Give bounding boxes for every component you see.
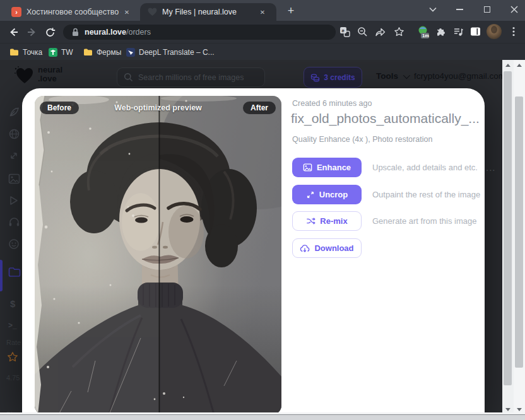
- sidebar-item-play-icon[interactable]: [8, 195, 21, 207]
- scroll-up-icon[interactable]: [517, 64, 522, 67]
- image-icon: [303, 163, 312, 172]
- sidebar-item-files-folder-icon[interactable]: [8, 267, 21, 279]
- tab-neural-love[interactable]: My Files | neural.love ✕: [140, 3, 276, 21]
- search-input[interactable]: Search millions of free images: [117, 67, 265, 87]
- translate-icon[interactable]: a: [339, 26, 351, 38]
- remix-button[interactable]: Re-mix: [292, 211, 362, 231]
- folder-icon: [9, 48, 19, 56]
- url-path: /orders: [126, 28, 151, 37]
- scroll-down-icon[interactable]: [517, 408, 522, 411]
- preview-caption: Web-optimized preview: [35, 103, 281, 112]
- back-button[interactable]: [5, 24, 21, 40]
- logo-text-line2: .love: [38, 74, 62, 83]
- restored-portrait-photo: [35, 96, 281, 414]
- share-icon[interactable]: [375, 26, 386, 38]
- cloud-download-icon: [300, 244, 310, 253]
- bookmark-tochka[interactable]: Точка: [9, 46, 42, 58]
- tab-strip: › Хостинговое сообщество «Time ✕ My File…: [0, 0, 525, 21]
- tab-hosting[interactable]: › Хостинговое сообщество «Time ✕: [6, 3, 138, 21]
- bookmark-star-icon[interactable]: [394, 26, 405, 38]
- maximize-button[interactable]: [475, 0, 500, 19]
- tab-close-icon[interactable]: ✕: [257, 6, 268, 18]
- remix-description: Generate art from this image: [372, 211, 476, 231]
- minimize-button[interactable]: [447, 0, 472, 19]
- chevron-down-icon: [403, 71, 410, 78]
- before-after-divider: [159, 96, 160, 414]
- playlist-extension-icon[interactable]: [453, 26, 464, 38]
- bookmarks-bar: Точка TW Фермы DeepL Translate – C...: [0, 43, 525, 60]
- expand-arrows-icon: [306, 190, 315, 199]
- enhance-description: Upscale, add details and etc.: [372, 158, 478, 177]
- uncrop-button[interactable]: Uncrop: [292, 185, 362, 204]
- browser-toolbar: neural.love/orders a 1m: [0, 21, 525, 43]
- reload-button[interactable]: [42, 24, 58, 40]
- rating-value: 4.75: [6, 374, 20, 382]
- bookmark-fermy[interactable]: Фермы: [83, 46, 121, 58]
- url-domain: neural.love: [85, 28, 126, 37]
- logo-text-line1: neural: [38, 66, 62, 74]
- scroll-down-icon[interactable]: [505, 408, 510, 411]
- lock-icon: [72, 28, 79, 37]
- sidebar-item-feather-icon[interactable]: [8, 106, 21, 119]
- neural-love-logo[interactable]: [14, 65, 35, 86]
- shuffle-icon: [306, 217, 316, 225]
- browser-scrollbar[interactable]: [514, 60, 525, 415]
- deepl-favicon-icon: [126, 48, 135, 57]
- credits-label: 3 credits: [324, 73, 355, 82]
- account-menu[interactable]: fcrypto4you@gmail.com: [414, 71, 515, 81]
- download-button[interactable]: Download: [292, 238, 362, 258]
- scrollbar-thumb[interactable]: [515, 96, 523, 368]
- credits-button[interactable]: 3 credits: [304, 67, 362, 88]
- sidebar-active-indicator: [0, 260, 3, 291]
- sidebar-item-pricing-dollar-icon[interactable]: $: [10, 298, 15, 309]
- tab-search-chevron-icon[interactable]: [420, 0, 445, 19]
- new-tab-button[interactable]: +: [283, 3, 299, 19]
- bookmark-tw[interactable]: TW: [49, 46, 73, 58]
- tab-favicon-chevron-icon: ›: [11, 7, 21, 17]
- bookmark-deepl[interactable]: DeepL Translate – C...: [126, 46, 215, 58]
- rating-star-icon[interactable]: [7, 351, 20, 364]
- page-scrollbar[interactable]: [502, 60, 514, 415]
- tab-title: My Files | neural.love: [162, 8, 257, 16]
- before-after-preview[interactable]: Before After Web-optimized preview: [35, 96, 281, 414]
- scroll-up-icon[interactable]: [505, 64, 510, 67]
- order-title: fix_old_photos_automatically_...: [291, 111, 480, 126]
- tools-menu[interactable]: Tools: [376, 71, 408, 81]
- coins-icon: [310, 73, 320, 82]
- browser-menu-kebab-icon[interactable]: [509, 26, 520, 37]
- search-icon: [124, 73, 133, 82]
- sidebar-item-terminal-icon[interactable]: >_: [8, 321, 17, 330]
- sidebar-item-globe-icon[interactable]: [8, 128, 21, 141]
- order-subtitle: Quality Enhance (4x ), Photo restoration: [292, 135, 432, 144]
- page-content: neural .love Search millions of free ima…: [0, 60, 525, 415]
- tab-favicon-heart-icon: [148, 8, 157, 16]
- created-timestamp: Created 6 minutes ago: [292, 99, 372, 108]
- address-bar[interactable]: neural.love/orders: [63, 25, 336, 40]
- uncrop-description: Outpaint the rest of the image: [372, 185, 480, 204]
- sidebar-item-headphones-icon[interactable]: [8, 216, 21, 229]
- extensions-puzzle-icon[interactable]: [435, 26, 447, 38]
- side-panel-icon[interactable]: [470, 26, 481, 38]
- sidebar-item-smiley-icon[interactable]: [8, 238, 21, 251]
- sidebar-item-image-icon[interactable]: [8, 173, 21, 186]
- zoom-out-icon[interactable]: [357, 26, 369, 38]
- extension-1m-icon[interactable]: 1m: [416, 25, 430, 39]
- search-placeholder: Search millions of free images: [138, 73, 244, 82]
- tab-title: Хостинговое сообщество «Time: [27, 8, 121, 16]
- window-bottom-edge: [0, 414, 525, 420]
- scrollbar-thumb[interactable]: [504, 71, 512, 385]
- tw-favicon-icon: [49, 48, 57, 57]
- close-window-button[interactable]: [502, 0, 525, 19]
- browser-window: › Хостинговое сообщество «Time ✕ My File…: [0, 0, 525, 420]
- sidebar-item-expand-icon[interactable]: [8, 150, 21, 163]
- folder-icon: [83, 48, 93, 56]
- enhance-button[interactable]: Enhance: [292, 158, 362, 177]
- card-overflow-dots: ...: [486, 162, 496, 173]
- order-detail-modal: Before After Web-optimized preview Creat…: [22, 88, 485, 415]
- tab-close-icon[interactable]: ✕: [121, 6, 133, 18]
- forward-button[interactable]: [24, 24, 40, 40]
- rate-label: Rate: [6, 339, 21, 346]
